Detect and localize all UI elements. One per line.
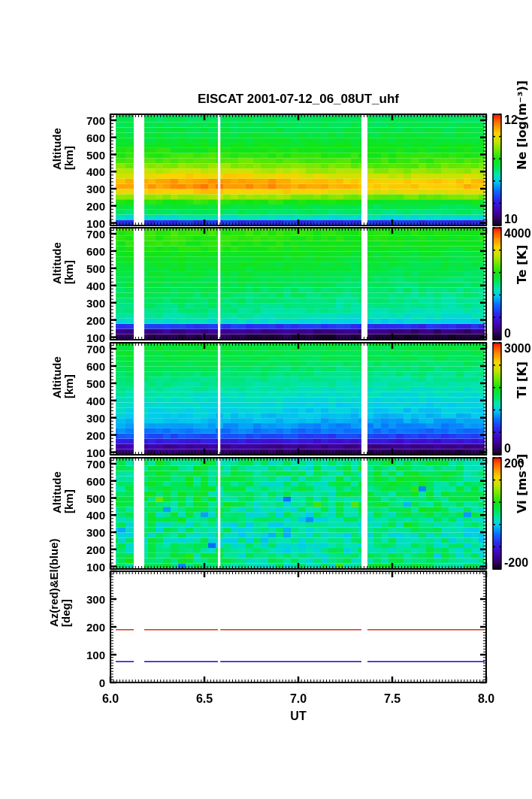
altitude-tick-label: 200 <box>86 428 105 441</box>
altitude-tick-label: 100 <box>86 560 105 573</box>
altitude-tick-label: 300 <box>86 526 105 539</box>
azel-tick-label: 0 <box>99 676 105 689</box>
altitude-tick-label: 300 <box>86 411 105 424</box>
x-tick-label: 7.0 <box>290 692 307 706</box>
azel-tick-label: 100 <box>86 649 105 661</box>
altitude-tick-label: 600 <box>86 244 105 257</box>
ti-colorbar-min: 0 <box>504 442 511 455</box>
x-tick-label: 6.0 <box>102 692 119 706</box>
plot-canvas <box>0 0 532 799</box>
azel-tick-label: 300 <box>86 593 105 606</box>
altitude-tick-label: 600 <box>86 359 105 372</box>
altitude-tick-label: 400 <box>86 165 105 178</box>
altitude-tick-label: 600 <box>86 131 105 144</box>
altitude-tick-label: 300 <box>86 296 105 309</box>
altitude-tick-label: 100 <box>86 331 105 344</box>
x-tick-label: 7.5 <box>384 692 401 706</box>
altitude-tick-label: 200 <box>86 199 105 212</box>
vi-colorbar-min: -200 <box>504 556 528 570</box>
ti-colorbar-max: 3000 <box>504 342 531 356</box>
altitude-tick-label: 200 <box>86 543 105 555</box>
altitude-tick-label: 400 <box>86 279 105 292</box>
altitude-tick-label: 700 <box>86 457 105 470</box>
x-tick-label: 6.5 <box>196 692 213 706</box>
altitude-tick-label: 700 <box>86 113 105 126</box>
azel-tick-label: 200 <box>86 621 105 634</box>
altitude-tick-label: 400 <box>86 509 105 522</box>
ne-colorbar-min: 10 <box>504 213 518 226</box>
altitude-tick-label: 700 <box>86 343 105 356</box>
te-colorbar-max: 4000 <box>504 227 531 241</box>
altitude-tick-label: 500 <box>86 262 105 274</box>
x-tick-label: 8.0 <box>478 692 494 706</box>
te-colorbar-min: 0 <box>504 327 511 340</box>
altitude-tick-label: 500 <box>86 148 105 161</box>
x-axis-title: UT <box>110 710 486 723</box>
altitude-tick-label: 600 <box>86 474 105 487</box>
altitude-tick-label: 300 <box>86 183 105 195</box>
altitude-tick-label: 500 <box>86 492 105 504</box>
chart-title: EISCAT 2001-07-12_06_08UT_uhf <box>110 92 486 107</box>
altitude-tick-label: 700 <box>86 228 105 241</box>
altitude-tick-label: 400 <box>86 394 105 407</box>
altitude-tick-label: 500 <box>86 377 105 389</box>
altitude-tick-label: 200 <box>86 313 105 326</box>
